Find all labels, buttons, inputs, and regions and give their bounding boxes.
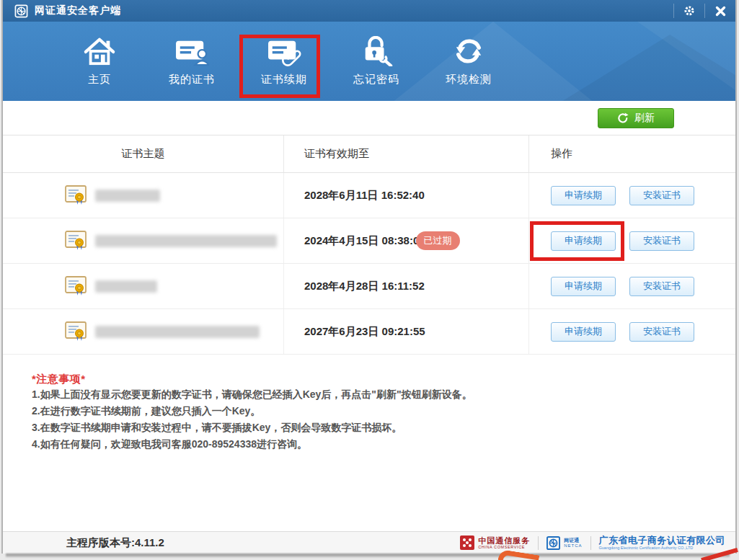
- china-comservice-logo: 中国通信服务 CHINA COMSERVICE: [460, 535, 530, 550]
- expired-badge: 已过期: [416, 231, 460, 250]
- refresh-cycle-icon: [453, 36, 484, 66]
- nav-item-environment-check[interactable]: 环境检测: [422, 36, 515, 86]
- expiry-date-cell: 2028年4月28日 16:11:52: [284, 264, 529, 308]
- expiry-date-cell: 2027年6月23日 09:21:55: [284, 309, 529, 354]
- gdca-logo: 广东省电子商务认证有限公司 Guangdong Electronic Certi…: [599, 535, 726, 550]
- certificate-subject-cell: [3, 264, 284, 308]
- certificate-card-person-icon: [174, 36, 209, 66]
- titlebar: 网证通安全客户端: [3, 0, 735, 22]
- expiry-date: 2028年4月28日 16:11:52: [304, 280, 425, 293]
- note-item: 3.在数字证书续期申请和安装过程中，请不要插拔Key，否则会导致数字证书损坏。: [32, 419, 707, 436]
- install-certificate-button[interactable]: 安装证书: [629, 231, 694, 251]
- nav-item-home[interactable]: 主页: [53, 36, 146, 86]
- certificate-icon: [65, 185, 87, 205]
- expiry-date-cell: 2028年6月11日 16:52:40: [284, 173, 529, 218]
- redacted-subject-name: [95, 235, 277, 247]
- expiry-date: 2027年6月23日 09:21:55: [304, 325, 425, 339]
- actions-cell: 申请续期 安装证书: [529, 186, 735, 205]
- note-item: 1.如果上面没有显示您要更新的数字证书，请确保您已经插入Key后，再点击"刷新"…: [32, 386, 707, 403]
- expiry-date: 2024年4月15日 08:38:08: [304, 234, 425, 248]
- nav-label-certificate-renewal: 证书续期: [261, 73, 307, 86]
- certificate-icon: [65, 276, 87, 296]
- note-item: 2.在进行数字证书续期前，建议您只插入一个Key。: [32, 403, 707, 419]
- footer-logo-divider: [538, 536, 539, 550]
- version-label: 主程序版本号:4.11.2: [66, 536, 164, 550]
- expiry-date: 2028年6月11日 16:52:40: [304, 189, 425, 203]
- toolbar: 刷新: [3, 101, 735, 135]
- netca-en: NETCA: [564, 543, 582, 548]
- refresh-button[interactable]: 刷新: [598, 108, 674, 128]
- apply-renewal-button[interactable]: 申请续期: [551, 231, 616, 251]
- certificate-subject-cell: [3, 218, 284, 263]
- china-comservice-cn: 中国通信服务: [478, 536, 530, 545]
- notes-title: *注意事项*: [32, 373, 707, 386]
- redacted-subject-name: [95, 280, 157, 293]
- actions-cell: 申请续期 安装证书: [529, 322, 735, 342]
- column-header-actions: 操作: [529, 147, 735, 161]
- notes-section: *注意事项* 1.如果上面没有显示您要更新的数字证书，请确保您已经插入Key后，…: [3, 355, 735, 453]
- refresh-icon: [617, 112, 629, 124]
- nav-item-forgot-password[interactable]: 忘记密码: [330, 36, 422, 86]
- china-comservice-icon: [460, 535, 474, 550]
- gdca-company-name-en: Guangdong Electronic Certification Autho…: [599, 546, 726, 550]
- nav-label-my-certificates: 我的证书: [169, 73, 215, 86]
- app-logo-icon: [14, 4, 28, 18]
- footer-logo-divider: [590, 536, 591, 550]
- column-header-expiry: 证书有效期至: [284, 135, 529, 172]
- close-button[interactable]: [705, 0, 735, 22]
- home-icon: [83, 36, 116, 66]
- close-icon: [715, 6, 726, 17]
- column-header-subject: 证书主题: [3, 135, 284, 172]
- certificate-icon: [65, 231, 87, 251]
- netca-logo: 网证通 NETCA: [546, 536, 582, 550]
- table-row-expired: 2024年4月15日 08:38:08 已过期 申请续期 安装证书: [3, 218, 735, 264]
- expiry-date-cell: 2024年4月15日 08:38:08 已过期: [284, 218, 529, 263]
- install-certificate-button[interactable]: 安装证书: [629, 322, 694, 342]
- install-certificate-button[interactable]: 安装证书: [629, 277, 694, 296]
- main-navigation: 主页 我的证书 证书续期: [3, 22, 735, 101]
- install-certificate-button[interactable]: 安装证书: [629, 186, 694, 205]
- nav-item-certificate-renewal[interactable]: 证书续期: [238, 36, 330, 86]
- netca-icon: [546, 536, 560, 550]
- apply-renewal-button[interactable]: 申请续期: [551, 322, 616, 342]
- nav-label-environment-check: 环境检测: [446, 73, 492, 86]
- gear-icon: [683, 5, 695, 17]
- nav-label-forgot-password: 忘记密码: [353, 73, 399, 86]
- actions-cell: 申请续期 安装证书: [529, 277, 735, 296]
- apply-renewal-button[interactable]: 申请续期: [551, 277, 616, 296]
- window-title: 网证通安全客户端: [35, 4, 121, 17]
- settings-button[interactable]: [674, 0, 704, 22]
- netca-cn: 网证通: [564, 538, 582, 543]
- table-header: 证书主题 证书有效期至 操作: [3, 135, 735, 173]
- note-item: 4.如有任何疑问，欢迎致电我司客服020-89524338进行咨询。: [32, 436, 707, 453]
- certificate-icon: [65, 321, 87, 342]
- gdca-company-name: 广东省电子商务认证有限公司: [599, 535, 726, 546]
- certificate-renewal-icon: [267, 36, 301, 66]
- nav-item-my-certificates[interactable]: 我的证书: [146, 36, 238, 86]
- footer-logos: 中国通信服务 CHINA COMSERVICE 网证通 NETCA 广东省电子商…: [460, 535, 725, 550]
- table-row: 2028年6月11日 16:52:40 申请续期 安装证书: [3, 173, 735, 218]
- table-row: 2027年6月23日 09:21:55 申请续期 安装证书: [3, 309, 735, 355]
- redacted-subject-name: [95, 190, 160, 202]
- nav-label-home: 主页: [88, 73, 111, 86]
- china-comservice-en: CHINA COMSERVICE: [478, 545, 530, 549]
- redacted-subject-name: [95, 326, 260, 338]
- lock-wrench-icon: [360, 36, 393, 66]
- table-row: 2028年4月28日 16:11:52 申请续期 安装证书: [3, 264, 735, 309]
- window-shadow: [6, 554, 730, 557]
- footer: 主程序版本号:4.11.2 中国通信服务 CHINA COMSERVICE: [3, 531, 735, 554]
- apply-renewal-button[interactable]: 申请续期: [551, 186, 616, 205]
- certificate-subject-cell: [3, 309, 284, 354]
- app-window: 网证通安全客户端: [1, 0, 737, 554]
- refresh-button-label: 刷新: [634, 112, 655, 125]
- certificate-subject-cell: [3, 173, 284, 218]
- actions-cell: 申请续期 安装证书: [529, 231, 735, 251]
